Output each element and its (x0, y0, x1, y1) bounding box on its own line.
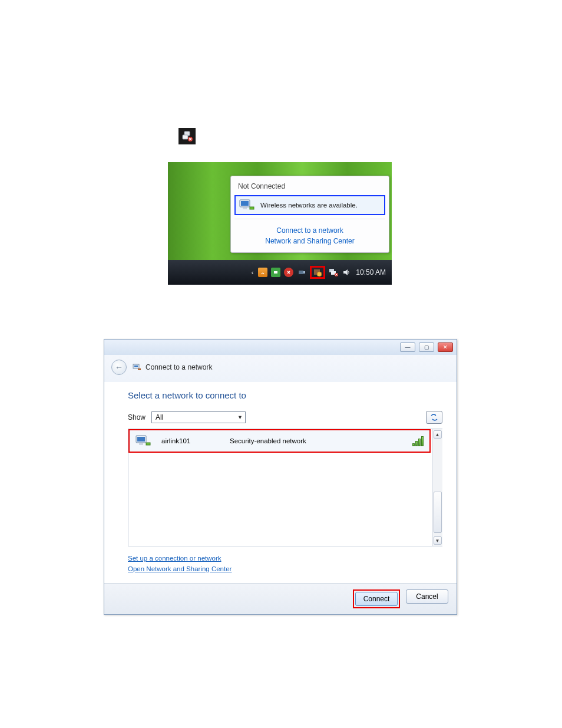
network-list-area: airlink101 Security-enabled network ▲ ▼ (128, 429, 442, 546)
separator (234, 219, 385, 219)
desktop-background: Not Connected Wireless networks are avai… (168, 162, 392, 260)
close-button[interactable]: ✕ (438, 342, 453, 352)
svg-rect-17 (138, 368, 141, 370)
security-alert-tray-icon[interactable] (284, 268, 293, 277)
svg-rect-7 (274, 271, 277, 274)
svg-rect-9 (303, 271, 305, 274)
dialog-toolbar: ← Connect to a network (104, 355, 457, 382)
connect-network-dialog: — ▢ ✕ ← Connect to a network Select a ne… (104, 339, 457, 615)
network-name: airlink101 (161, 437, 220, 444)
tray-expand-icon[interactable]: ‹ (252, 269, 254, 276)
svg-point-11 (317, 272, 322, 276)
network-disconnected-tray-icon[interactable] (329, 268, 338, 277)
computer-icon (239, 199, 256, 212)
popup-links: Connect to a network Network and Sharing… (231, 222, 389, 252)
scrollbar[interactable]: ▲ ▼ (432, 429, 442, 546)
network-row[interactable]: airlink101 Security-enabled network (128, 429, 431, 453)
firewall-tray-icon[interactable] (313, 268, 322, 277)
popup-available-row[interactable]: Wireless networks are available. (234, 195, 385, 215)
svg-rect-6 (250, 207, 254, 209)
java-tray-icon[interactable] (258, 268, 267, 277)
connect-button[interactable]: Connect (355, 592, 398, 606)
network-description: Security-enabled network (230, 437, 403, 444)
network-item-icon (135, 434, 152, 447)
dialog-footer: Connect Cancel (104, 583, 457, 614)
popup-message: Wireless networks are available. (260, 202, 358, 209)
network-icon (133, 363, 142, 371)
connect-link[interactable]: Connect to a network (231, 225, 389, 236)
svg-rect-16 (134, 365, 138, 367)
svg-rect-8 (299, 271, 303, 274)
volume-tray-icon[interactable] (342, 268, 351, 277)
highlighted-tray-item (310, 266, 325, 279)
popup-title: Not Connected (231, 176, 389, 195)
scroll-down-button[interactable]: ▼ (434, 536, 442, 545)
dialog-content: Select a network to connect to Show All … (104, 382, 457, 583)
svg-rect-5 (243, 207, 247, 209)
signal-strength-icon (412, 436, 424, 446)
window-titlebar: — ▢ ✕ (104, 340, 457, 355)
taskbar: ‹ (168, 260, 392, 285)
svg-rect-20 (139, 443, 143, 445)
setup-connection-link[interactable]: Set up a connection or network (128, 554, 442, 564)
wireless-adapter-tray-icon[interactable] (297, 268, 306, 277)
back-button[interactable]: ← (111, 360, 127, 375)
chevron-down-icon: ▼ (237, 414, 243, 420)
minimize-button[interactable]: — (400, 342, 415, 352)
show-dropdown[interactable]: All ▼ (151, 411, 246, 423)
svg-rect-4 (241, 201, 249, 206)
show-label: Show (128, 413, 146, 421)
svg-rect-21 (146, 443, 150, 445)
scroll-up-button[interactable]: ▲ (434, 430, 442, 439)
dialog-title-text: Connect to a network (146, 363, 212, 371)
network-popup: Not Connected Wireless networks are avai… (230, 176, 389, 253)
show-selected: All (156, 413, 163, 421)
svg-rect-1 (183, 135, 188, 139)
open-sharing-center-link[interactable]: Open Network and Sharing Center (128, 564, 442, 575)
dialog-heading: Select a network to connect to (128, 390, 442, 400)
bottom-links: Set up a connection or network Open Netw… (128, 546, 442, 583)
maximize-button[interactable]: ▢ (419, 342, 434, 352)
connect-button-highlight: Connect (353, 589, 400, 608)
network-center-link[interactable]: Network and Sharing Center (231, 236, 389, 246)
desktop-popup-screenshot: Not Connected Wireless networks are avai… (168, 162, 392, 285)
dialog-title: Connect to a network (133, 363, 212, 371)
network-list: airlink101 Security-enabled network (128, 429, 432, 546)
scroll-thumb[interactable] (434, 492, 442, 533)
cancel-button[interactable]: Cancel (406, 589, 448, 604)
refresh-button[interactable] (426, 411, 442, 424)
svg-rect-19 (137, 437, 145, 442)
device-tray-icon[interactable] (271, 268, 280, 277)
filter-row: Show All ▼ (128, 411, 442, 424)
taskbar-clock[interactable]: 10:50 AM (356, 268, 386, 276)
tray-icons: ‹ (252, 266, 352, 279)
network-disconnected-icon (178, 128, 196, 144)
